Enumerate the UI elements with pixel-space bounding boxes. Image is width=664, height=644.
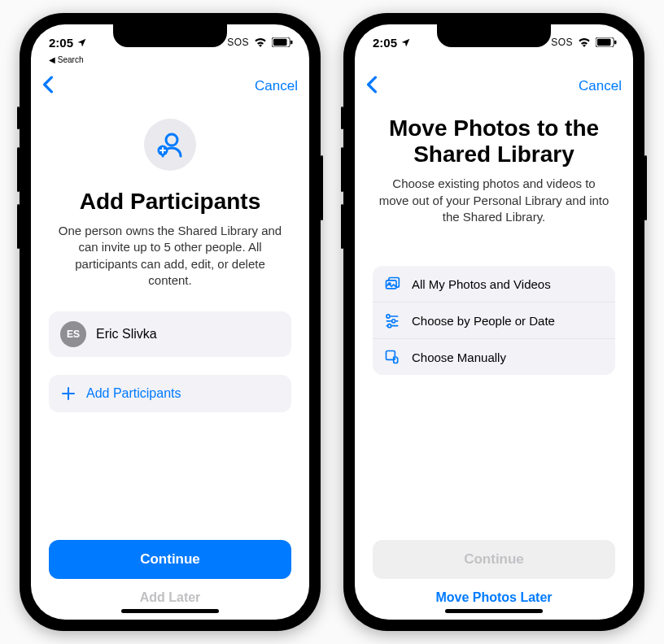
add-participants-label: Add Participants xyxy=(86,386,181,401)
avatar: ES xyxy=(60,321,86,347)
battery-icon xyxy=(596,37,617,47)
status-time: 2:05 xyxy=(49,36,73,50)
home-indicator[interactable] xyxy=(121,609,219,613)
status-time: 2:05 xyxy=(373,36,397,50)
svg-point-3 xyxy=(166,134,177,146)
svg-rect-6 xyxy=(597,39,611,46)
owner-name: Eric Slivka xyxy=(96,327,157,342)
hero-icon-container xyxy=(144,119,196,171)
svg-point-11 xyxy=(392,320,395,323)
option-manual[interactable]: Choose Manually xyxy=(373,338,615,375)
option-people-date[interactable]: Choose by People or Date xyxy=(373,302,615,338)
cancel-button[interactable]: Cancel xyxy=(579,78,622,94)
sos-indicator: SOS xyxy=(227,37,249,48)
chevron-left-icon xyxy=(42,76,54,94)
plus-icon xyxy=(62,387,75,400)
page-subtitle: One person owns the Shared Library and c… xyxy=(52,223,288,289)
move-options-list: All My Photos and Videos Choose by Peopl… xyxy=(373,266,615,375)
option-label: Choose by People or Date xyxy=(412,314,555,328)
battery-icon xyxy=(272,37,293,47)
continue-button-disabled: Continue xyxy=(373,540,615,579)
nav-bar: Cancel xyxy=(31,68,309,104)
page-subtitle: Choose existing photos and videos to mov… xyxy=(376,176,612,225)
add-later-button[interactable]: Add Later xyxy=(49,579,291,620)
hand-select-icon xyxy=(384,349,400,365)
svg-rect-7 xyxy=(614,41,616,45)
svg-rect-1 xyxy=(273,39,287,46)
filter-icon xyxy=(384,312,400,329)
owner-row: ES Eric Slivka xyxy=(49,311,291,357)
option-label: Choose Manually xyxy=(412,350,506,364)
add-person-icon xyxy=(155,130,185,159)
back-button[interactable] xyxy=(366,76,378,97)
option-label: All My Photos and Videos xyxy=(412,277,551,291)
page-title: Move Photos to the Shared Library xyxy=(373,115,615,168)
page-title: Add Participants xyxy=(80,189,260,215)
nav-bar: Cancel xyxy=(355,68,633,104)
wifi-icon xyxy=(254,37,267,47)
location-icon xyxy=(76,37,87,48)
svg-point-10 xyxy=(387,315,390,318)
cancel-button[interactable]: Cancel xyxy=(255,78,298,94)
chevron-left-icon xyxy=(366,76,378,94)
svg-rect-2 xyxy=(290,41,292,45)
notch xyxy=(437,24,551,47)
svg-point-12 xyxy=(388,324,391,328)
wifi-icon xyxy=(578,37,591,47)
move-later-button[interactable]: Move Photos Later xyxy=(373,579,615,620)
notch xyxy=(113,24,227,47)
home-indicator[interactable] xyxy=(445,609,543,613)
back-button[interactable] xyxy=(42,76,54,97)
phone-frame-left: 2:05 ◀︎ Search SOS Cancel xyxy=(20,13,321,631)
phone-frame-right: 2:05 SOS Cancel Move Photos to the Share… xyxy=(343,13,644,631)
location-icon xyxy=(400,37,411,48)
photos-stack-icon xyxy=(384,276,400,292)
add-participants-button[interactable]: Add Participants xyxy=(49,375,291,412)
continue-button[interactable]: Continue xyxy=(49,540,291,579)
back-to-app[interactable]: ◀︎ Search xyxy=(49,55,83,64)
option-all-photos[interactable]: All My Photos and Videos xyxy=(373,266,615,302)
sos-indicator: SOS xyxy=(551,37,573,48)
